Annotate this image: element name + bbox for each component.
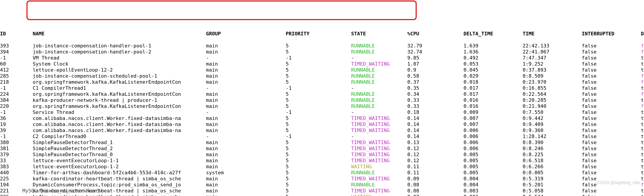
cell-delta: 0.006 bbox=[464, 133, 523, 139]
cell-time: 1:28.142 bbox=[523, 133, 582, 139]
watermark-text: CSDN @sighting_info bbox=[596, 180, 640, 186]
cell-interrupted: false bbox=[582, 61, 641, 67]
cell-cpu: 0.14 bbox=[407, 127, 464, 133]
cell-id: 218 bbox=[0, 79, 33, 85]
cell-daemon: true bbox=[641, 127, 644, 133]
cell-state: TIMED_WAITING bbox=[351, 176, 407, 182]
thread-row[interactable]: 384kafka-producer-network-thread | produ… bbox=[0, 97, 644, 103]
cell-interrupted: false bbox=[582, 139, 641, 145]
cell-name: org.springframework.kafka.KafkaListenerE… bbox=[33, 79, 206, 85]
cell-group: main bbox=[206, 182, 286, 188]
cell-delta: 0.017 bbox=[464, 85, 523, 91]
cell-priority: 5 bbox=[286, 67, 351, 73]
cell-group: - bbox=[206, 55, 286, 61]
thread-row[interactable]: -1C1 CompilerThread1--1-0.350.0170:16.85… bbox=[0, 85, 644, 91]
cell-delta: 0.006 bbox=[464, 139, 523, 145]
cell-group: main bbox=[206, 43, 286, 49]
cell-state: RUNNABLE bbox=[351, 43, 407, 49]
cell-cpu: 0.33 bbox=[407, 103, 464, 109]
thread-row[interactable]: 412lettuce-epollEventLoop-12-2main5RUNNA… bbox=[0, 67, 644, 73]
thread-row[interactable]: 380SimplePauseDetectorThread_1main5TIMED… bbox=[0, 139, 644, 145]
header-priority[interactable]: PRIORITY bbox=[286, 31, 351, 37]
cell-group: main bbox=[206, 139, 286, 145]
cell-name: job-instance-compensation-scheduled-pool… bbox=[33, 73, 206, 79]
cell-group: main bbox=[206, 152, 286, 158]
cell-id: 224 bbox=[0, 91, 33, 97]
cell-group: main bbox=[206, 127, 286, 133]
cell-cpu: 0.08 bbox=[407, 188, 464, 194]
cell-time: 0:21.940 bbox=[523, 103, 582, 109]
thread-table-header: IDNAMEGROUPPRIORITYSTATE%CPUDELTA_TIMETI… bbox=[0, 25, 644, 31]
cell-cpu: 0.12 bbox=[407, 158, 464, 164]
thread-row[interactable]: 381SimplePauseDetectorThread_2main5TIMED… bbox=[0, 145, 644, 152]
header-daemon[interactable]: DAEMON bbox=[641, 31, 644, 37]
header-delta-time[interactable]: DELTA_TIME bbox=[464, 31, 523, 37]
cell-interrupted: false bbox=[582, 170, 641, 176]
thread-row[interactable]: 440Timer-for-arthas-dashboard-5f2ca4b6-5… bbox=[0, 170, 644, 176]
header-group[interactable]: GROUP bbox=[206, 31, 286, 37]
cell-priority: 5 bbox=[286, 121, 351, 127]
cell-group: main bbox=[206, 97, 286, 103]
thread-row[interactable]: 19com.alibaba.nacos.client.Worker.fixed-… bbox=[0, 121, 644, 127]
thread-row[interactable]: 60System Clockmain5TIMED_WAITING1.070.05… bbox=[0, 61, 644, 67]
cell-time: 0:5.534 bbox=[523, 194, 582, 196]
cell-interrupted: false bbox=[582, 188, 641, 194]
header-name[interactable]: NAME bbox=[33, 31, 206, 37]
cell-cpu: 0.07 bbox=[407, 194, 464, 196]
cell-interrupted: false bbox=[582, 164, 641, 170]
cell-priority: 5 bbox=[286, 145, 351, 152]
cell-state: WAITING bbox=[351, 194, 407, 196]
thread-row[interactable]: 226kafka-coordinator-heartbeat-thread | … bbox=[0, 194, 644, 196]
cell-priority: 5 bbox=[286, 194, 351, 196]
thread-row[interactable]: 383lettuce-eventExecutorLoop-1-2main5WAI… bbox=[0, 164, 644, 170]
thread-row[interactable]: 220org.springframework.kafka.KafkaListen… bbox=[0, 103, 644, 109]
thread-row[interactable]: 39com.alibaba.nacos.client.Worker.fixed-… bbox=[0, 127, 644, 133]
thread-row[interactable]: 379SimplePauseDetectorThread_0main5TIMED… bbox=[0, 152, 644, 158]
thread-row[interactable]: 33lettuce-eventExecutorLoop-1-1main5TIME… bbox=[0, 158, 644, 164]
thread-row[interactable]: 218org.springframework.kafka.KafkaListen… bbox=[0, 79, 644, 85]
thread-row[interactable]: 225kafka-coordinator-heartbeat-thread | … bbox=[0, 176, 644, 182]
cell-state: - bbox=[351, 133, 407, 139]
cell-delta: 0.003 bbox=[464, 188, 523, 194]
thread-row[interactable]: -1VM Thread--1-9.850.4927:47.347falsetru… bbox=[0, 55, 644, 61]
cell-delta: 0.005 bbox=[464, 158, 523, 164]
thread-row[interactable]: 224org.springframework.kafka.KafkaListen… bbox=[0, 91, 644, 97]
cell-daemon: true bbox=[641, 85, 644, 91]
cell-priority: 5 bbox=[286, 103, 351, 109]
cell-name: kafka-producer-network-thread | producer… bbox=[33, 97, 206, 103]
thread-row[interactable]: -1Service Thread--1-0.180.0090:7.550fals… bbox=[0, 109, 644, 115]
header-interrupted[interactable]: INTERRUPTED bbox=[582, 31, 641, 37]
header-time[interactable]: TIME bbox=[523, 31, 582, 37]
cell-daemon: false bbox=[641, 79, 644, 85]
cell-time: 0:16.855 bbox=[523, 85, 582, 91]
cell-name: com.alibaba.nacos.client.Worker.fixed-da… bbox=[33, 121, 206, 127]
cell-delta: 0.016 bbox=[464, 97, 523, 103]
cell-interrupted: false bbox=[582, 127, 641, 133]
cell-daemon: true bbox=[641, 121, 644, 127]
cell-state: RUNNABLE bbox=[351, 91, 407, 97]
cell-time: 1:9.252 bbox=[523, 61, 582, 67]
thread-row[interactable]: 36com.alibaba.nacos.client.Worker.fixed-… bbox=[0, 115, 644, 121]
header-state[interactable]: STATE bbox=[351, 31, 407, 37]
cell-delta: 0.005 bbox=[464, 170, 523, 176]
cell-state: RUNNABLE bbox=[351, 79, 407, 85]
cell-id: 394 bbox=[0, 49, 33, 55]
cell-cpu: 0.33 bbox=[407, 97, 464, 103]
highlight-annotation bbox=[26, 0, 417, 20]
thread-row[interactable]: 394job-instance-compensation-handler-poo… bbox=[0, 49, 644, 55]
cell-priority: 5 bbox=[286, 188, 351, 194]
thread-row[interactable]: -1C2 CompilerThread0--1-0.140.0061:28.14… bbox=[0, 133, 644, 139]
thread-row[interactable]: 285job-instance-compensation-scheduled-p… bbox=[0, 73, 644, 79]
header-id[interactable]: ID bbox=[0, 31, 33, 37]
cell-group: main bbox=[206, 194, 286, 196]
thread-row[interactable]: 393job-instance-compensation-handler-poo… bbox=[0, 43, 644, 49]
header-cpu[interactable]: %CPU bbox=[407, 31, 464, 37]
cell-name: DynamicConsumerProcess,topic:prod_simba_… bbox=[33, 182, 206, 188]
cell-priority: -1 bbox=[286, 133, 351, 139]
cell-group: main bbox=[206, 103, 286, 109]
cell-state: TIMED_WAITING bbox=[351, 61, 407, 67]
thread-row[interactable]: 194DynamicConsumerProcess,topic:prod_sim… bbox=[0, 182, 644, 188]
cell-cpu: 0.08 bbox=[407, 182, 464, 188]
cell-state: RUNNABLE bbox=[351, 182, 407, 188]
mysql-prompt: MySQL [simba_os_scheduler]> bbox=[22, 188, 106, 194]
